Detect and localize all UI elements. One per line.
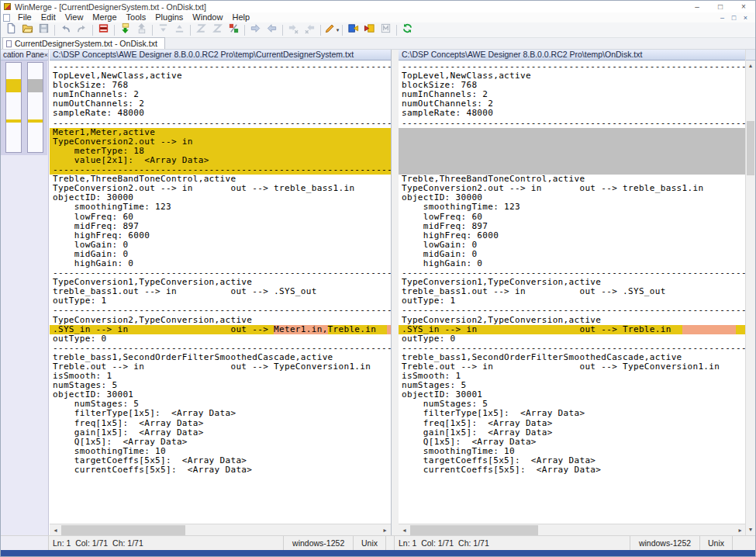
- right-pane-content[interactable]: ----------------------------------------…: [399, 61, 746, 524]
- menu-item-view[interactable]: View: [60, 12, 88, 22]
- pane-splitter[interactable]: [392, 50, 399, 535]
- code-line[interactable]: ----------------------------------------…: [399, 306, 746, 315]
- code-line[interactable]: [399, 128, 746, 137]
- close-button[interactable]: ×: [732, 1, 755, 12]
- code-line[interactable]: numStages: 5: [399, 400, 746, 409]
- code-line[interactable]: Meter1,Meter,active: [50, 128, 391, 137]
- code-line[interactable]: TypeConversion1,TypeConversion,active: [50, 278, 391, 287]
- hscroll-thumb[interactable]: [410, 525, 538, 535]
- maximize-button[interactable]: □: [709, 1, 732, 12]
- hscroll-thumb[interactable]: [61, 525, 185, 535]
- code-line[interactable]: ----------------------------------------…: [50, 344, 391, 353]
- code-line[interactable]: lowFreq: 60: [399, 213, 746, 222]
- code-line[interactable]: ----------------------------------------…: [50, 268, 391, 278]
- code-line[interactable]: [399, 165, 746, 175]
- left-pane-content[interactable]: ----------------------------------------…: [50, 61, 391, 524]
- diff-mark[interactable]: [6, 119, 21, 123]
- code-line[interactable]: ----------------------------------------…: [50, 306, 391, 315]
- code-line[interactable]: currentCoeffs[5x5]: <Array Data>: [50, 465, 391, 475]
- code-line[interactable]: highFreq: 6000: [399, 231, 746, 240]
- code-line[interactable]: highGain: 0: [399, 259, 746, 268]
- chevron-down-icon[interactable]: ▾: [337, 27, 340, 33]
- code-line[interactable]: lowGain: 0: [50, 240, 391, 250]
- code-line[interactable]: blockSize: 768: [50, 81, 391, 90]
- first-difference-button[interactable]: [155, 23, 171, 37]
- new-document-button[interactable]: [3, 23, 19, 37]
- code-line[interactable]: Treble,ThreeBandToneControl,active: [50, 175, 391, 184]
- diff-mark[interactable]: [28, 119, 43, 123]
- mdi-close-button[interactable]: ×: [740, 13, 751, 22]
- code-line[interactable]: objectID: 30001: [50, 390, 391, 400]
- code-line[interactable]: smoothingTime: 10: [50, 447, 391, 456]
- code-line[interactable]: numStages: 5: [50, 381, 391, 390]
- menu-item-tools[interactable]: Tools: [122, 12, 151, 22]
- code-line[interactable]: isSmooth: 1: [399, 372, 746, 381]
- code-line[interactable]: lowFreq: 60: [50, 213, 391, 222]
- code-line[interactable]: sampleRate: 48000: [50, 109, 391, 118]
- code-line[interactable]: outType: 1: [50, 296, 391, 306]
- code-line[interactable]: freq[1x5]: <Array Data>: [399, 419, 746, 428]
- open-folder-button[interactable]: [19, 23, 36, 37]
- code-line[interactable]: filterType[1x5]: <Array Data>: [50, 409, 391, 418]
- menu-item-plugins[interactable]: Plugins: [150, 12, 188, 22]
- code-line[interactable]: outType: 0: [399, 334, 746, 344]
- code-line[interactable]: smoothingTime: 123: [50, 202, 391, 212]
- code-line[interactable]: TypeConversion2,TypeConversion,active: [50, 316, 391, 325]
- code-line[interactable]: TopLevel,NewClass,active: [399, 71, 746, 81]
- code-line[interactable]: TypeConversion1,TypeConversion,active: [399, 278, 746, 287]
- copy-all-right-button[interactable]: [345, 23, 361, 37]
- code-line[interactable]: Q[1x5]: <Array Data>: [50, 438, 391, 447]
- code-line[interactable]: midGain: 0: [50, 250, 391, 259]
- merge-mode-button[interactable]: [378, 23, 394, 37]
- vscroll-thumb[interactable]: [747, 121, 754, 175]
- code-line[interactable]: Q[1x5]: <Array Data>: [399, 438, 746, 447]
- code-line[interactable]: numOutChannels: 2: [399, 99, 746, 109]
- right-pane-hscrollbar[interactable]: ◂ ▸: [399, 524, 746, 535]
- document-icon[interactable]: [3, 14, 10, 22]
- code-line[interactable]: numStages: 5: [50, 400, 391, 409]
- code-line[interactable]: highGain: 0: [50, 259, 391, 268]
- code-line[interactable]: outType: 1: [399, 296, 746, 306]
- undo-button[interactable]: [57, 23, 74, 37]
- code-line[interactable]: filterType[1x5]: <Array Data>: [399, 409, 746, 418]
- code-line[interactable]: gain[1x5]: <Array Data>: [399, 428, 746, 438]
- code-line[interactable]: objectID: 30001: [399, 390, 746, 400]
- menu-item-window[interactable]: Window: [188, 12, 227, 22]
- code-line[interactable]: ----------------------------------------…: [399, 119, 746, 128]
- copy-all-left-button[interactable]: [361, 23, 378, 37]
- code-line[interactable]: isSmooth: 1: [50, 372, 391, 381]
- copy-left-button[interactable]: [264, 23, 280, 37]
- code-line[interactable]: gain[1x5]: <Array Data>: [50, 428, 391, 438]
- code-line[interactable]: treble_bass1,SecondOrderFilterSmoothedCa…: [399, 353, 746, 362]
- code-line[interactable]: numOutChannels: 2: [50, 99, 391, 109]
- code-line[interactable]: targetCoeffs[5x5]: <Array Data>: [50, 456, 391, 465]
- code-line[interactable]: TopLevel,NewClass,active: [50, 71, 391, 81]
- code-line[interactable]: objectID: 30000: [50, 193, 391, 202]
- menu-item-file[interactable]: File: [13, 12, 36, 22]
- previous-difference-button[interactable]: [133, 23, 150, 37]
- scroll-right-arrow-icon[interactable]: ▸: [380, 525, 390, 535]
- code-line[interactable]: treble_bass1.out --> in out --> .SYS_out: [50, 287, 391, 296]
- diff-mark[interactable]: [6, 79, 21, 92]
- code-line[interactable]: treble_bass1.out --> in out --> .SYS_out: [399, 287, 746, 296]
- last-difference-button[interactable]: [171, 23, 188, 37]
- menu-item-merge[interactable]: Merge: [88, 12, 121, 22]
- code-line[interactable]: TypeConversion2.out --> in out --> trebl…: [50, 184, 391, 193]
- code-line[interactable]: freq[1x5]: <Array Data>: [50, 419, 391, 428]
- location-bar-left[interactable]: [5, 62, 22, 153]
- code-line[interactable]: .SYS_in --> in out --> Meter1.in,Treble.…: [50, 325, 391, 334]
- code-line[interactable]: Treble.out --> in out --> TypeConversion…: [399, 362, 746, 372]
- code-line[interactable]: [399, 147, 746, 156]
- code-line[interactable]: outType: 0: [50, 334, 391, 344]
- code-line[interactable]: ----------------------------------------…: [399, 268, 746, 278]
- minimize-button[interactable]: –: [685, 1, 709, 12]
- mdi-restore-button[interactable]: □: [728, 13, 740, 22]
- code-line[interactable]: objectID: 30000: [399, 193, 746, 202]
- rescan-button[interactable]: [95, 23, 112, 37]
- scroll-left-arrow-icon[interactable]: ◂: [50, 525, 60, 535]
- prediffer-plugin-button[interactable]: ▾: [323, 23, 340, 37]
- next-difference-button[interactable]: [117, 23, 133, 37]
- save-button[interactable]: [36, 23, 52, 37]
- previous-conflict-button[interactable]: [209, 23, 226, 37]
- menu-item-edit[interactable]: Edit: [36, 12, 60, 22]
